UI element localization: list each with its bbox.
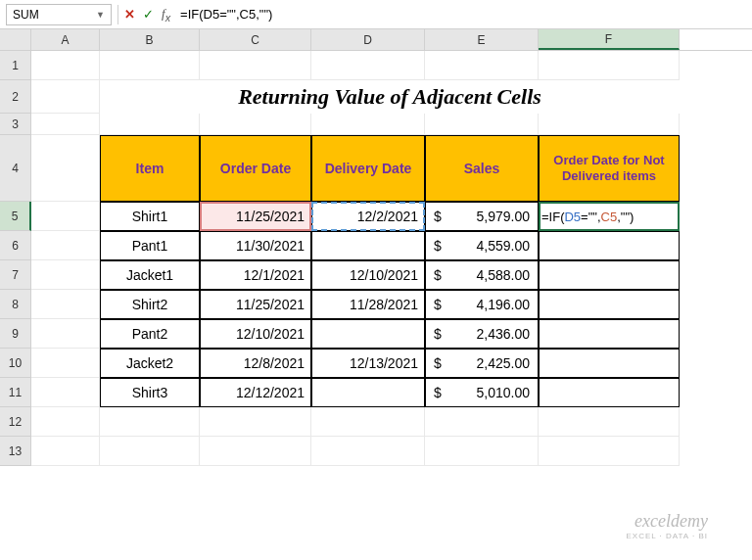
row-header[interactable]: 9 [0,319,31,349]
row-header[interactable]: 2 [0,80,31,114]
cell[interactable] [31,437,100,466]
cell[interactable] [425,114,539,135]
cell-item[interactable]: Jacket1 [100,260,200,290]
cell-order[interactable]: 12/10/2021 [200,319,311,349]
cell-item[interactable]: Pant2 [100,319,200,349]
cell[interactable] [425,437,539,466]
cell[interactable] [425,51,539,80]
cell-item[interactable]: Shirt1 [100,202,200,231]
cell[interactable] [31,260,100,290]
col-header-a[interactable]: A [31,29,100,50]
row-header[interactable]: 7 [0,260,31,290]
cell-result[interactable] [539,349,680,378]
col-header-e[interactable]: E [425,29,539,50]
row-header[interactable]: 8 [0,290,31,319]
cell-sales[interactable]: $5,010.00 [425,378,539,407]
cell[interactable] [200,437,311,466]
cell[interactable] [539,437,680,466]
cell-order[interactable]: 11/25/2021 [200,202,311,231]
cell-result[interactable] [539,378,680,407]
cell-result[interactable] [539,260,680,290]
cell-item[interactable]: Shirt2 [100,290,200,319]
cell-item[interactable]: Jacket2 [100,349,200,378]
col-header-d[interactable]: D [311,29,425,50]
cell[interactable] [539,51,680,80]
cell[interactable] [200,407,311,437]
cell-delivery[interactable]: 12/2/2021 [311,202,425,231]
cell[interactable] [31,349,100,378]
cell-order[interactable]: 11/25/2021 [200,290,311,319]
cell-delivery[interactable]: 11/28/2021 [311,290,425,319]
cell[interactable] [31,378,100,407]
cell-delivery[interactable] [311,319,425,349]
cell[interactable] [539,114,680,135]
cell[interactable] [100,114,200,135]
formula-input[interactable]: =IF(D5="",C5,"") [176,5,746,23]
header-sales[interactable]: Sales [425,135,539,202]
col-header-f[interactable]: F [539,29,680,50]
name-box[interactable]: SUM ▼ [6,4,112,25]
cell-order[interactable]: 12/1/2021 [200,260,311,290]
cell-result[interactable] [539,319,680,349]
header-item[interactable]: Item [100,135,200,202]
cell-sales[interactable]: $2,425.00 [425,349,539,378]
cell[interactable] [311,114,425,135]
cell-order[interactable]: 12/12/2021 [200,378,311,407]
row-header[interactable]: 11 [0,378,31,407]
cancel-icon[interactable]: ✕ [124,7,135,22]
cell[interactable] [425,407,539,437]
row-header[interactable]: 13 [0,437,31,466]
row-header[interactable]: 4 [0,135,31,202]
cell[interactable] [31,80,100,114]
header-result[interactable]: Order Date for Not Delivered items [539,135,680,202]
cell-sales[interactable]: $4,559.00 [425,231,539,260]
header-order[interactable]: Order Date [200,135,311,202]
cell[interactable] [311,51,425,80]
editing-cell[interactable]: =IF(D5="",C5,"") [539,202,680,231]
col-header-c[interactable]: C [200,29,311,50]
cell[interactable] [31,319,100,349]
cell-item[interactable]: Pant1 [100,231,200,260]
cell[interactable] [200,114,311,135]
fx-icon[interactable]: fx [162,6,170,23]
cell-order[interactable]: 12/8/2021 [200,349,311,378]
title-cell[interactable]: Returning Value of Adjacent Cells [100,80,680,114]
cell[interactable] [31,407,100,437]
cell[interactable] [31,290,100,319]
row-header[interactable]: 12 [0,407,31,437]
cell[interactable] [100,437,200,466]
cell-delivery[interactable] [311,231,425,260]
cell[interactable] [31,135,100,202]
cell-order[interactable]: 11/30/2021 [200,231,311,260]
cell-item[interactable]: Shirt3 [100,378,200,407]
cell-sales[interactable]: $4,588.00 [425,260,539,290]
row-header[interactable]: 3 [0,114,31,135]
cell[interactable] [31,114,100,135]
cell-delivery[interactable]: 12/10/2021 [311,260,425,290]
cell[interactable] [200,51,311,80]
cell[interactable] [311,437,425,466]
cell[interactable] [31,202,100,231]
cell[interactable] [539,407,680,437]
cell[interactable] [311,407,425,437]
enter-icon[interactable]: ✓ [143,7,154,22]
select-all-corner[interactable] [0,29,31,50]
cell-result[interactable] [539,231,680,260]
row-header[interactable]: 6 [0,231,31,260]
cell[interactable] [31,231,100,260]
col-header-b[interactable]: B [100,29,200,50]
header-delivery[interactable]: Delivery Date [311,135,425,202]
cell[interactable] [31,51,100,80]
cell-result[interactable] [539,290,680,319]
cell-delivery[interactable]: 12/13/2021 [311,349,425,378]
chevron-down-icon[interactable]: ▼ [96,10,105,20]
cell-sales[interactable]: $2,436.00 [425,319,539,349]
cell[interactable] [100,407,200,437]
row-header[interactable]: 1 [0,51,31,80]
cell-sales[interactable]: $4,196.00 [425,290,539,319]
cell-delivery[interactable] [311,378,425,407]
cell[interactable] [100,51,200,80]
cell-sales[interactable]: $5,979.00 [425,202,539,231]
row-header[interactable]: 10 [0,349,31,378]
row-header[interactable]: 5 [0,202,31,231]
